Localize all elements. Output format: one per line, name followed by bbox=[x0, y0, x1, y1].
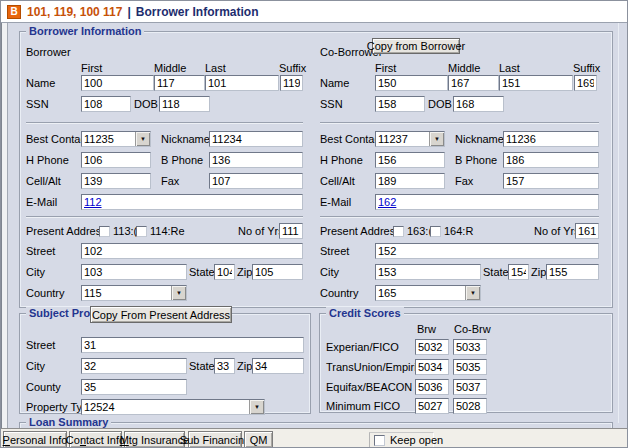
bottom-tab-bar: Personal Info Contact Info Mtg Insurance… bbox=[1, 428, 628, 448]
borrower-cell-alt-input[interactable] bbox=[81, 173, 151, 189]
tab-personal-info[interactable]: Personal Info bbox=[3, 431, 67, 448]
tab-sub-financing[interactable]: Sub Financing bbox=[188, 431, 242, 448]
borrower-suffix-input[interactable] bbox=[280, 75, 303, 91]
borrower-h-phone-input[interactable] bbox=[81, 152, 151, 168]
keep-open-checkbox[interactable] bbox=[374, 435, 385, 446]
equifax-brw-input[interactable] bbox=[415, 379, 449, 395]
cell-alt-label: Cell/Alt bbox=[26, 175, 61, 187]
coborrower-cell-alt-input[interactable] bbox=[375, 173, 445, 189]
tab-contact-info[interactable]: Contact Info bbox=[69, 431, 122, 448]
county-label: County bbox=[26, 381, 61, 393]
coborrower-middle-name-input[interactable] bbox=[448, 75, 499, 91]
subject-property-group: Subject Property Copy From Present Addre… bbox=[19, 313, 311, 414]
equifax-cobrw-input[interactable] bbox=[453, 379, 487, 395]
separator-line bbox=[26, 216, 303, 218]
borrower-no-of-yrs-input[interactable] bbox=[279, 223, 303, 239]
experian-fico-label: Experian/FICO bbox=[326, 341, 399, 353]
property-type-select[interactable]: 12524 ▼ bbox=[81, 399, 265, 415]
coborrower-first-name-input[interactable] bbox=[375, 75, 448, 91]
tab-mtg-insurance[interactable]: Mtg Insurance bbox=[124, 431, 185, 448]
borrower-own-checkbox-label: 113:( bbox=[113, 225, 137, 237]
borrower-zip-input[interactable] bbox=[252, 264, 303, 280]
page-title: Borrower Information bbox=[136, 5, 259, 19]
fax-label: Fax bbox=[455, 175, 473, 187]
titlebar-divider: | bbox=[127, 5, 130, 19]
experian-cobrw-input[interactable] bbox=[453, 339, 487, 355]
credit-scores-group: Credit Scores Brw Co-Brw Experian/FICO T… bbox=[319, 313, 613, 413]
coborrower-nickname-input[interactable] bbox=[503, 131, 599, 147]
borrower-own-checkbox[interactable] bbox=[99, 226, 110, 237]
titlebar-field-ids: 101, 119, 100 117 bbox=[27, 5, 122, 19]
subject-city-input[interactable] bbox=[81, 358, 187, 374]
coborrower-zip-input[interactable] bbox=[546, 264, 599, 280]
tab-qm[interactable]: QM bbox=[244, 431, 273, 448]
borrower-dob-input[interactable] bbox=[159, 96, 210, 112]
country-label: Country bbox=[26, 287, 65, 299]
coborrower-state-input[interactable] bbox=[508, 264, 529, 280]
transunion-brw-input[interactable] bbox=[415, 359, 449, 375]
borrower-state-input[interactable] bbox=[214, 264, 235, 280]
subject-state-input[interactable] bbox=[214, 358, 235, 374]
borrower-best-contact-select[interactable]: 11235 ▼ bbox=[81, 131, 151, 147]
borrower-email-input[interactable] bbox=[81, 194, 303, 210]
coborrower-h-phone-input[interactable] bbox=[375, 152, 445, 168]
coborrower-country-select[interactable]: 165 ▼ bbox=[375, 285, 481, 301]
city-label: City bbox=[26, 266, 45, 278]
coborrower-ssn-input[interactable] bbox=[375, 96, 425, 112]
copy-from-borrower-button[interactable]: Copy from Borrower bbox=[372, 38, 460, 54]
subject-county-input[interactable] bbox=[81, 379, 187, 395]
ssn-label: SSN bbox=[320, 98, 343, 110]
borrower-ssn-input[interactable] bbox=[81, 96, 131, 112]
coborrower-last-name-input[interactable] bbox=[499, 75, 573, 91]
co-brw-column-header: Co-Brw bbox=[454, 323, 491, 335]
dropdown-arrow-icon[interactable]: ▼ bbox=[249, 400, 264, 414]
no-of-yrs-label: No of Yrs bbox=[238, 225, 284, 237]
borrower-nickname-input[interactable] bbox=[209, 131, 303, 147]
dropdown-arrow-icon[interactable]: ▼ bbox=[429, 132, 444, 146]
separator-line bbox=[320, 122, 599, 124]
borrower-fax-input[interactable] bbox=[209, 173, 303, 189]
coborrower-best-contact-select[interactable]: 11237 ▼ bbox=[375, 131, 445, 147]
dropdown-arrow-icon[interactable]: ▼ bbox=[135, 132, 150, 146]
state-label: State bbox=[483, 266, 509, 278]
borrower-middle-name-input[interactable] bbox=[154, 75, 205, 91]
coborrower-no-of-yrs-input[interactable] bbox=[575, 223, 599, 239]
borrower-first-name-input[interactable] bbox=[81, 75, 154, 91]
equifax-beacon-label: Equifax/BEACON bbox=[326, 381, 412, 393]
minimum-fico-cobrw-input[interactable] bbox=[453, 398, 487, 414]
coborrower-email-input[interactable] bbox=[375, 194, 599, 210]
coborrower-b-phone-input[interactable] bbox=[503, 152, 599, 168]
dropdown-arrow-icon[interactable]: ▼ bbox=[171, 286, 186, 300]
borrower-city-input[interactable] bbox=[81, 264, 187, 280]
street-label: Street bbox=[320, 245, 349, 257]
b-phone-label: B Phone bbox=[455, 154, 497, 166]
coborrower-suffix-input[interactable] bbox=[574, 75, 597, 91]
borrower-information-group: Borrower Information Borrower First Midd… bbox=[19, 31, 613, 308]
zip-label: Zip bbox=[237, 266, 252, 278]
dropdown-arrow-icon[interactable]: ▼ bbox=[465, 286, 480, 300]
coborrower-street-input[interactable] bbox=[375, 243, 599, 259]
coborrower-own-checkbox[interactable] bbox=[393, 226, 404, 237]
window-titlebar: B 101, 119, 100 117 | Borrower Informati… bbox=[1, 1, 628, 23]
minimum-fico-brw-input[interactable] bbox=[415, 398, 449, 414]
coborrower-dob-input[interactable] bbox=[453, 96, 504, 112]
street-label: Street bbox=[26, 339, 55, 351]
coborrower-fax-input[interactable] bbox=[503, 173, 599, 189]
transunion-cobrw-input[interactable] bbox=[453, 359, 487, 375]
borrower-b-phone-input[interactable] bbox=[209, 152, 303, 168]
borrower-rent-checkbox[interactable] bbox=[136, 226, 147, 237]
subject-zip-input[interactable] bbox=[252, 358, 304, 374]
coborrower-city-input[interactable] bbox=[375, 264, 481, 280]
middle-header: Middle bbox=[448, 62, 480, 74]
subject-street-input[interactable] bbox=[81, 337, 304, 353]
borrower-country-select[interactable]: 115 ▼ bbox=[81, 285, 187, 301]
borrower-street-input[interactable] bbox=[81, 243, 303, 259]
borrower-last-name-input[interactable] bbox=[205, 75, 279, 91]
state-label: State bbox=[189, 266, 215, 278]
borrower-role-label: Borrower bbox=[26, 46, 71, 58]
coborrower-rent-checkbox[interactable] bbox=[430, 226, 441, 237]
experian-brw-input[interactable] bbox=[415, 339, 449, 355]
city-label: City bbox=[320, 266, 339, 278]
coborrower-column: Co-Borrower Copy from Borrower First Mid… bbox=[320, 32, 608, 307]
h-phone-label: H Phone bbox=[26, 154, 69, 166]
